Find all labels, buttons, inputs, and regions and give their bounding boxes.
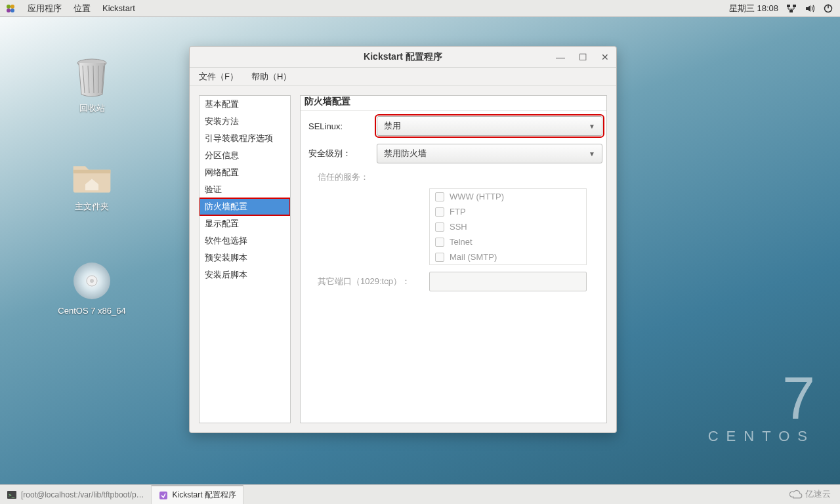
other-ports-label: 其它端口（1029:tcp）：: [304, 276, 429, 287]
service-ftp[interactable]: FTP: [430, 204, 586, 219]
selinux-label: SELinux:: [304, 121, 377, 131]
svg-rect-8: [828, 4, 829, 8]
kickstart-window: Kickstart 配置程序 — ☐ ✕ 文件（F） 帮助（H） 基本配置 安装…: [189, 46, 617, 433]
svg-rect-4: [787, 5, 790, 7]
section-title: 防火墙配置: [301, 96, 606, 111]
svg-text:>_: >_: [9, 492, 15, 498]
trash-label: 回收站: [52, 102, 131, 114]
checkbox[interactable]: [435, 253, 444, 262]
app-launcher-icon[interactable]: [5, 3, 16, 14]
checkbox[interactable]: [435, 238, 444, 247]
service-telnet[interactable]: Telnet: [430, 234, 586, 249]
service-www[interactable]: WWW (HTTP): [430, 189, 586, 204]
home-label: 主文件夹: [52, 201, 131, 213]
main-panel: 防火墙配置 SELinux: 禁用 ▼ 安全级别： 禁用防火墙 ▼: [300, 95, 607, 423]
menu-applications[interactable]: 应用程序: [28, 3, 62, 14]
terminal-icon: >_: [7, 490, 17, 500]
kickstart-icon: [158, 490, 169, 501]
checkbox[interactable]: [435, 222, 444, 232]
svg-rect-5: [793, 5, 796, 7]
home-folder-icon[interactable]: 主文件夹: [52, 155, 131, 213]
volume-icon[interactable]: [805, 3, 815, 14]
task-terminal-label: [root@localhost:/var/lib/tftpboot/p…: [21, 490, 144, 499]
sidebar-item-partition[interactable]: 分区信息: [200, 147, 290, 164]
sidebar-item-postscript[interactable]: 安装后脚本: [200, 266, 290, 284]
sidebar-item-prescript[interactable]: 预安装脚本: [200, 249, 290, 266]
power-icon[interactable]: [823, 3, 833, 14]
menubar: 文件（F） 帮助（H）: [190, 68, 616, 86]
centos-number: 7: [708, 369, 815, 428]
task-terminal[interactable]: >_ [root@localhost:/var/lib/tftpboot/p…: [0, 485, 152, 504]
svg-point-0: [7, 5, 10, 9]
trusted-services-label: 信任的服务：: [304, 171, 369, 183]
task-kickstart-label: Kickstart 配置程序: [173, 490, 236, 501]
window-title: Kickstart 配置程序: [364, 51, 442, 63]
svg-point-3: [10, 9, 14, 12]
disc-icon[interactable]: CentOS 7 x86_64: [52, 260, 131, 316]
clock[interactable]: 星期三 18:08: [729, 3, 778, 14]
checkbox[interactable]: [435, 192, 444, 201]
sidebar: 基本配置 安装方法 引导装载程序选项 分区信息 网络配置 验证 防火墙配置 显示…: [199, 95, 291, 423]
service-ssh[interactable]: SSH: [430, 219, 586, 234]
network-icon[interactable]: [786, 3, 797, 14]
service-mail[interactable]: Mail (SMTP): [430, 249, 586, 264]
sidebar-item-bootloader[interactable]: 引导装载程序选项: [200, 130, 290, 147]
other-ports-input[interactable]: [429, 272, 587, 291]
titlebar[interactable]: Kickstart 配置程序 — ☐ ✕: [190, 47, 616, 68]
sidebar-item-install[interactable]: 安装方法: [200, 113, 290, 130]
sidebar-item-basic[interactable]: 基本配置: [200, 96, 290, 113]
top-panel: 应用程序 位置 Kickstart 星期三 18:08: [0, 0, 840, 17]
brand-watermark: 亿速云: [789, 488, 831, 500]
svg-rect-15: [159, 492, 167, 499]
selinux-combo[interactable]: 禁用 ▼: [377, 116, 602, 136]
trash-icon[interactable]: 回收站: [52, 56, 131, 114]
maximize-button[interactable]: ☐: [576, 50, 590, 64]
sidebar-item-packages[interactable]: 软件包选择: [200, 232, 290, 249]
centos-word: CENTOS: [708, 428, 815, 445]
svg-point-12: [90, 279, 94, 283]
menu-active-app[interactable]: Kickstart: [102, 3, 135, 13]
svg-point-2: [7, 9, 10, 12]
disc-label: CentOS 7 x86_64: [52, 306, 131, 316]
sidebar-item-firewall[interactable]: 防火墙配置: [200, 198, 290, 215]
trusted-services-list: WWW (HTTP) FTP SSH Telnet Mail (SMTP): [429, 188, 587, 265]
sidebar-item-network[interactable]: 网络配置: [200, 164, 290, 181]
sidebar-item-display[interactable]: 显示配置: [200, 215, 290, 232]
chevron-down-icon: ▼: [589, 123, 595, 130]
cloud-icon: [789, 490, 803, 499]
security-level-combo[interactable]: 禁用防火墙 ▼: [377, 144, 602, 163]
security-level-value: 禁用防火墙: [384, 148, 427, 159]
taskbar: >_ [root@localhost:/var/lib/tftpboot/p… …: [0, 484, 840, 504]
selinux-value: 禁用: [384, 120, 401, 132]
security-level-label: 安全级别：: [304, 148, 377, 159]
menu-file[interactable]: 文件（F）: [199, 71, 238, 83]
close-button[interactable]: ✕: [598, 50, 612, 64]
chevron-down-icon: ▼: [589, 150, 595, 158]
centos-watermark: 7 CENTOS: [708, 369, 815, 445]
menu-help[interactable]: 帮助（H）: [251, 71, 291, 83]
task-kickstart[interactable]: Kickstart 配置程序: [152, 485, 243, 504]
checkbox[interactable]: [435, 207, 444, 217]
minimize-button[interactable]: —: [553, 50, 568, 64]
sidebar-item-auth[interactable]: 验证: [200, 181, 290, 198]
svg-point-1: [10, 5, 14, 9]
menu-places[interactable]: 位置: [74, 3, 91, 14]
